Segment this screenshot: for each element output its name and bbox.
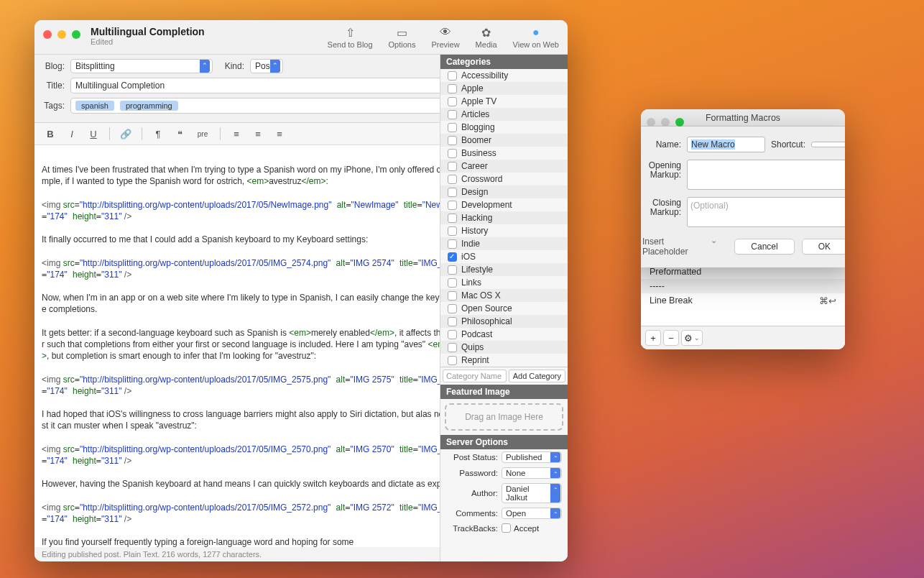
category-item[interactable]: Crossword — [440, 173, 568, 185]
remove-macro-button[interactable]: − — [663, 330, 679, 346]
category-checkbox[interactable] — [448, 343, 457, 352]
macro-gear-button[interactable]: ⚙ — [681, 330, 703, 346]
align-left-button[interactable]: ≡ — [228, 127, 245, 141]
cancel-button[interactable]: Cancel — [734, 239, 794, 254]
closing-markup-input[interactable]: (Optional) — [687, 197, 845, 227]
category-item[interactable]: Business — [440, 147, 568, 160]
password-label: Password: — [446, 469, 498, 477]
media-button[interactable]: ✿Media — [476, 26, 497, 49]
category-checkbox[interactable] — [448, 214, 457, 223]
category-item[interactable]: History — [440, 224, 568, 237]
category-item[interactable]: Reprint — [440, 354, 568, 367]
pre-button[interactable]: pre — [193, 127, 213, 141]
category-item[interactable]: Quips — [440, 341, 568, 354]
close-icon[interactable] — [43, 30, 52, 39]
category-item[interactable]: iOS — [440, 250, 568, 263]
zoom-icon[interactable] — [675, 118, 684, 127]
align-center-button[interactable]: ≡ — [249, 127, 267, 141]
close-icon[interactable] — [647, 118, 655, 127]
category-item[interactable]: Articles — [440, 108, 568, 121]
category-checkbox[interactable] — [448, 149, 457, 158]
add-macro-button[interactable]: + — [645, 330, 661, 346]
category-checkbox[interactable] — [448, 317, 457, 326]
category-checkbox[interactable] — [448, 239, 457, 249]
category-label: Lifestyle — [461, 265, 493, 275]
options-button[interactable]: ▭Options — [389, 26, 416, 49]
macro-row[interactable]: Line Break⌘↩ — [641, 293, 845, 308]
category-checkbox[interactable] — [448, 201, 457, 210]
macro-row[interactable]: ----- — [641, 279, 845, 293]
post-status-select[interactable]: Published — [502, 451, 562, 463]
align-right-button[interactable]: ≡ — [271, 127, 288, 141]
category-item[interactable]: Boomer — [440, 134, 568, 147]
category-checkbox[interactable] — [448, 110, 457, 119]
featured-image-drop[interactable]: Drag an Image Here — [445, 403, 563, 431]
opening-markup-input[interactable] — [687, 160, 845, 190]
category-checkbox[interactable] — [448, 252, 457, 262]
category-checkbox[interactable] — [448, 188, 457, 197]
category-checkbox[interactable] — [448, 84, 457, 93]
category-checkbox[interactable] — [448, 226, 457, 236]
category-item[interactable]: Open Source — [440, 302, 568, 315]
category-checkbox[interactable] — [448, 304, 457, 313]
zoom-icon[interactable] — [72, 30, 80, 39]
category-item[interactable]: Hacking — [440, 211, 568, 224]
category-item[interactable]: Mac OS X — [440, 289, 568, 302]
italic-button[interactable]: I — [63, 127, 80, 141]
category-checkbox[interactable] — [448, 71, 457, 81]
insert-placeholder-select[interactable]: Insert Placeholder — [641, 234, 720, 259]
category-item[interactable]: Indie — [440, 237, 568, 250]
bold-button[interactable]: B — [42, 127, 59, 141]
category-label: Accessibility — [461, 70, 508, 81]
category-item[interactable]: Design — [440, 185, 568, 198]
category-item[interactable]: Podcast — [440, 328, 568, 341]
featured-image-head: Featured Image — [440, 385, 568, 399]
password-select[interactable]: None — [502, 467, 562, 479]
category-checkbox[interactable] — [448, 330, 457, 339]
category-item[interactable]: Philosophical — [440, 315, 568, 328]
send-to-blog-button[interactable]: ⇧Send to Blog — [328, 26, 373, 49]
category-checkbox[interactable] — [448, 123, 457, 132]
comments-select[interactable]: Open — [502, 508, 562, 519]
category-checkbox[interactable] — [448, 136, 457, 145]
category-checkbox[interactable] — [448, 356, 457, 365]
category-item[interactable]: Development — [440, 198, 568, 211]
minimize-icon[interactable] — [57, 30, 66, 39]
category-name-input[interactable]: Category Name — [443, 370, 507, 382]
category-label: Mac OS X — [461, 290, 501, 301]
panel-icon: ▭ — [396, 26, 409, 39]
edited-label: Edited — [91, 37, 205, 46]
category-item[interactable]: Lifestyle — [440, 263, 568, 276]
category-checkbox[interactable] — [448, 162, 457, 171]
category-checkbox[interactable] — [448, 278, 457, 288]
category-checkbox[interactable] — [448, 175, 457, 184]
category-checkbox[interactable] — [448, 291, 457, 301]
shortcut-input[interactable] — [811, 142, 845, 147]
quote-button[interactable]: ❝ — [171, 127, 188, 141]
category-item[interactable]: Apple — [440, 82, 568, 95]
kind-select[interactable]: Post — [250, 59, 283, 73]
category-item[interactable]: Accessibility — [440, 69, 568, 82]
category-item[interactable]: Links — [440, 276, 568, 289]
category-checkbox[interactable] — [448, 265, 457, 275]
category-label: Design — [461, 187, 488, 197]
tag-spanish[interactable]: spanish — [75, 101, 114, 111]
blog-select[interactable]: Bitsplitting — [70, 59, 213, 73]
trackbacks-checkbox[interactable] — [502, 523, 511, 533]
categories-list[interactable]: AccessibilityAppleApple TVArticlesBloggi… — [440, 69, 568, 367]
category-item[interactable]: Apple TV — [440, 95, 568, 108]
paragraph-button[interactable]: ¶ — [149, 127, 167, 141]
name-input[interactable]: New Macro — [687, 137, 765, 152]
minimize-icon[interactable] — [661, 118, 670, 127]
author-select[interactable]: Daniel Jalkut — [502, 483, 562, 503]
view-on-web-button[interactable]: ●View on Web — [513, 26, 559, 49]
underline-button[interactable]: U — [85, 127, 102, 141]
tag-programming[interactable]: programming — [120, 101, 178, 111]
category-checkbox[interactable] — [448, 97, 457, 106]
category-item[interactable]: Career — [440, 160, 568, 173]
link-button[interactable]: 🔗 — [117, 127, 134, 141]
category-item[interactable]: Blogging — [440, 121, 568, 134]
preview-button[interactable]: 👁Preview — [431, 26, 459, 49]
ok-button[interactable]: OK — [802, 239, 845, 254]
add-category-button[interactable]: Add Category — [509, 370, 565, 382]
